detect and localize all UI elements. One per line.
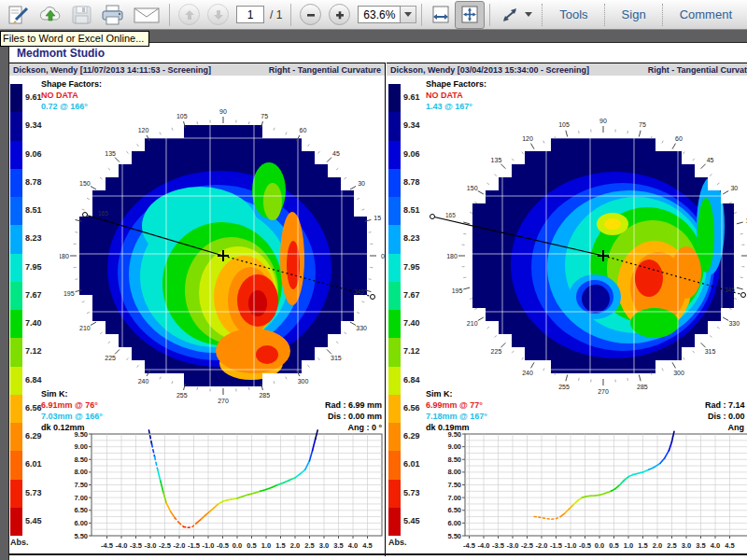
toolbar-separator — [290, 4, 291, 26]
scale-color-block — [388, 282, 401, 310]
scale-color-block — [388, 141, 401, 169]
degree-label: 330 — [728, 320, 740, 327]
x-axis-tick-label: 2.5 — [667, 541, 676, 550]
reading-mode-button[interactable] — [495, 2, 536, 28]
zoom-level-group — [354, 2, 416, 28]
x-axis-tick-label: -2.5 — [521, 541, 533, 550]
degree-label: 30 — [730, 185, 738, 191]
tangential-curvature-map-left: 0153045607590105120135150180195210225240… — [60, 97, 396, 419]
degree-label: 75 — [261, 113, 268, 119]
degree-label: 75 — [639, 121, 646, 128]
shape-factors-heading: Shape Factors: — [41, 78, 102, 90]
degree-label: 315 — [331, 355, 342, 361]
fit-page-icon — [459, 5, 480, 25]
scale-value-label: 7.40 — [25, 318, 53, 328]
fit-width-button[interactable] — [427, 2, 455, 28]
degree-label: 315 — [705, 348, 716, 355]
comment-button[interactable]: Comment — [669, 7, 743, 21]
exam-label: Right - Tangential Curvature — [648, 65, 747, 75]
scale-value-label: 5.73 — [403, 488, 431, 497]
previous-page-button[interactable] — [175, 2, 204, 28]
x-axis-tick-label: -1.5 — [188, 541, 200, 550]
degree-label: 60 — [300, 127, 307, 133]
scale-color-block — [388, 84, 401, 112]
x-axis-tick-label: -3.0 — [507, 541, 519, 550]
x-axis-tick-label: 0.0 — [595, 541, 604, 550]
x-axis-tick-label: 1.5 — [638, 541, 647, 550]
degree-label: 330 — [356, 325, 367, 331]
toolbar-separator — [662, 4, 664, 26]
scale-value-label: 8.78 — [25, 177, 53, 187]
x-axis-tick-label: 3.5 — [333, 541, 343, 550]
zoom-in-button[interactable] — [325, 2, 354, 28]
y-axis-tick-label: 6.50 — [74, 506, 88, 514]
toolbar-separator — [542, 4, 543, 26]
scale-value-label: 9.61 — [403, 92, 431, 102]
dis-value: Dis : 0.00 mm — [243, 411, 382, 422]
degree-label: 195 — [452, 287, 463, 294]
scale-value-label: 7.67 — [25, 290, 53, 300]
y-axis-tick-label: 8.50 — [74, 455, 88, 464]
degree-label: 255 — [176, 392, 188, 399]
x-axis-tick-label: -0.5 — [217, 541, 229, 550]
zoom-out-button[interactable] — [296, 2, 325, 28]
x-axis-tick-label: -1.0 — [565, 541, 577, 550]
exam-label: Right - Tangential Curvature — [269, 65, 381, 75]
toolbar-separator — [489, 4, 490, 26]
scale-value-label: 7.67 — [403, 290, 431, 300]
scale-abs-label: Abs. — [10, 538, 38, 547]
scale-value-label: 7.40 — [403, 318, 431, 328]
export-tooltip: Files to Word or Excel Online... — [0, 31, 149, 47]
panel-header-left: Dickson, Wendy [11/07/2013 14:11:53 - Sc… — [9, 63, 385, 76]
sign-button[interactable]: Sign — [611, 7, 657, 21]
scale-color-block — [388, 254, 401, 282]
fit-page-button[interactable] — [455, 1, 485, 29]
x-axis-tick-label: -0.5 — [579, 541, 591, 550]
email-button[interactable] — [129, 2, 164, 28]
scale-value-label: 7.95 — [403, 262, 431, 272]
degree-label: 300 — [298, 378, 309, 385]
scale-color-block — [10, 480, 22, 508]
meridian-end-label: 345 — [354, 288, 364, 295]
scale-value-label: 6.56 — [403, 403, 431, 413]
scale-color-block — [388, 169, 401, 197]
degree-label: 105 — [558, 121, 570, 128]
scale-color-block — [10, 84, 22, 112]
tools-button[interactable]: Tools — [548, 7, 599, 21]
scale-color-block — [388, 451, 401, 479]
scale-color-block — [10, 423, 22, 451]
next-page-button[interactable] — [204, 2, 233, 28]
degree-label: 105 — [176, 113, 188, 119]
y-axis-tick-label: 9.00 — [74, 442, 88, 451]
minus-icon — [305, 9, 317, 21]
plus-icon — [334, 9, 345, 21]
fill-sign-icon — [7, 5, 30, 25]
zoom-dropdown-button[interactable] — [401, 6, 416, 23]
x-axis-tick-label: 1.0 — [261, 541, 271, 550]
x-axis-tick-label: 2.0 — [290, 541, 300, 550]
fill-sign-button[interactable] — [4, 2, 34, 28]
save-button[interactable] — [67, 2, 97, 28]
pdf-toolbar: / 1 — [0, 0, 747, 30]
dis-value: Dis : 0.00 mm — [570, 411, 747, 422]
print-button[interactable] — [97, 2, 129, 28]
arrow-up-icon — [184, 9, 195, 21]
scale-value-label: 6.01 — [403, 459, 431, 469]
x-axis-tick-label: 0.0 — [233, 541, 242, 550]
x-axis-tick-label: 4.0 — [348, 541, 358, 550]
x-axis-tick-label: 0.5 — [609, 541, 618, 550]
x-axis-tick-label: 0.5 — [247, 541, 256, 550]
y-axis-tick-label: 9.50 — [447, 430, 461, 439]
export-online-button[interactable] — [34, 2, 67, 28]
zoom-level-input[interactable] — [358, 6, 401, 23]
x-axis-tick-label: -3.5 — [492, 541, 504, 550]
x-axis-tick-label: -1.0 — [203, 541, 215, 550]
y-axis-tick-label: 5.50 — [447, 532, 461, 540]
x-axis-tick-label: -4.5 — [463, 541, 475, 550]
page-number-input[interactable] — [236, 6, 264, 23]
scale-color-block — [10, 508, 22, 536]
degree-label: 120 — [138, 127, 149, 133]
scale-color-block — [10, 395, 22, 423]
scale-value-label: 6.29 — [403, 431, 431, 441]
y-axis-tick-label: 7.50 — [74, 481, 88, 489]
